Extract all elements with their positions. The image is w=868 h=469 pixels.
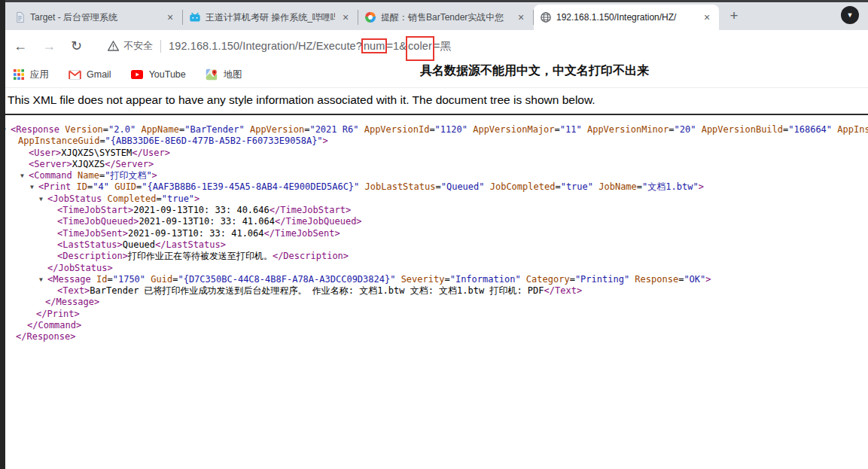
xml-viewer-page: This XML file does not appear to have an…	[0, 88, 868, 343]
tab-1[interactable]: Target - 后台管理系统×	[8, 5, 182, 30]
bookmark-label: 应用	[30, 69, 49, 81]
browser-toolbar: ← → ↻ 不安全 192.168.1.150/Integration/HZ/E…	[0, 30, 868, 62]
xml-line: </JobStatus>	[0, 263, 868, 274]
tab-3[interactable]: 提醒：销售BarTender实战中您×	[358, 5, 533, 30]
security-label: 不安全	[123, 39, 153, 53]
bookmarks-container: 应用GmailYouTube地图	[12, 69, 262, 81]
xml-line: </Response>	[0, 331, 868, 343]
xml-line: ▼<Command Name="打印文档">	[0, 170, 868, 181]
url-segment: =黑	[434, 40, 451, 52]
xml-line: <Description>打印作业正在等待被发送至打印机。</Descripti…	[0, 251, 868, 262]
url-param-highlight-box: num	[361, 38, 388, 53]
bookmark-Gmail[interactable]: Gmail	[69, 69, 111, 81]
xml-line: ▼<Print ID="4" GUID="{AAF3B8B6-1E39-45A5…	[0, 181, 868, 193]
close-tab-icon[interactable]: ×	[515, 11, 527, 23]
tab-search-dropdown-button[interactable]: ▼	[841, 6, 859, 24]
tab-title: 提醒：销售BarTender实战中您	[381, 11, 510, 24]
close-tab-icon[interactable]: ×	[701, 11, 713, 23]
apps-grid-icon	[12, 69, 25, 81]
url-field[interactable]: 192.168.1.150/Integration/HZ/Execute?num…	[169, 38, 451, 53]
url-param-highlight-box: coler	[406, 36, 434, 61]
collapse-arrow-icon[interactable]: ▼	[39, 193, 47, 205]
warning-icon	[108, 41, 119, 51]
close-tab-icon[interactable]: ×	[164, 11, 176, 23]
url-segment: =1&	[386, 40, 407, 52]
annotation-note: 具名数据源不能用中文，中文名打印不出来	[420, 63, 649, 79]
globe-icon	[540, 11, 552, 23]
close-tab-icon[interactable]: ×	[340, 11, 352, 23]
bookmark-label: 地图	[224, 69, 242, 81]
maps-icon	[206, 69, 218, 81]
xml-line: </Command>	[0, 320, 868, 331]
collapse-arrow-icon[interactable]: ▼	[20, 170, 29, 181]
bookmark-地图[interactable]: 地图	[206, 69, 242, 81]
xml-line: </Message>	[0, 297, 868, 308]
csdn-icon	[364, 11, 376, 23]
forward-icon[interactable]: →	[42, 39, 56, 53]
collapse-arrow-icon[interactable]: ▼	[30, 181, 38, 193]
xml-line: </Print>	[0, 309, 868, 320]
bookmark-label: YouTube	[149, 69, 186, 80]
tab-title: Target - 后台管理系统	[30, 11, 160, 24]
xml-tree: ▼<Response Version="2.0" AppName="BarTen…	[0, 115, 868, 343]
xml-line: <TimeJobStart>2021-09-13T10: 33: 40.646<…	[0, 205, 868, 216]
xml-line: AppInstanceGuid="{ABB33D6E-8E6D-477B-A5B…	[0, 136, 868, 147]
collapse-arrow-icon[interactable]: ▼	[39, 274, 47, 285]
xml-line: <LastStatus>Queued</LastStatus>	[0, 239, 868, 251]
xml-line: <Text>BarTender 已将打印作业成功发送到后台处理程序。 作业名称:…	[0, 285, 868, 297]
tab-strip: Target - 后台管理系统×王道计算机考研 操作系统_哔哩哔×提醒：销售Ba…	[0, 0, 868, 30]
tab-title: 192.168.1.150/Integration/HZ/	[556, 12, 696, 23]
tab-4[interactable]: 192.168.1.150/Integration/HZ/×	[534, 5, 719, 30]
reload-icon[interactable]: ↻	[71, 39, 82, 53]
new-tab-button[interactable]: +	[723, 5, 745, 26]
xml-line: <User>XJQXZS\SYSTEM</User>	[0, 148, 868, 159]
screen-left-edge	[0, 0, 5, 469]
tabs-container: Target - 后台管理系统×王道计算机考研 操作系统_哔哩哔×提醒：销售Ba…	[8, 5, 719, 30]
site-security-chip[interactable]: 不安全	[108, 39, 153, 53]
bookmark-YouTube[interactable]: YouTube	[131, 69, 186, 81]
xml-line: ▼<JobStatus Completed="true">	[0, 193, 868, 205]
youtube-icon	[131, 69, 144, 81]
tab-2[interactable]: 王道计算机考研 操作系统_哔哩哔×	[183, 5, 358, 30]
url-segment: 192.168.1.150/Integration/HZ/Execute?	[169, 40, 362, 52]
bookmark-label: Gmail	[87, 69, 111, 80]
chevron-down-icon: ▼	[847, 11, 854, 19]
bilibili-icon	[189, 11, 201, 23]
document-icon	[14, 11, 26, 23]
xml-style-notice: This XML file does not appear to have an…	[0, 88, 868, 115]
back-icon[interactable]: ←	[14, 39, 27, 53]
xml-line: ▼<Message Id="1750" Guid="{D7C350BC-44C8…	[0, 274, 868, 285]
xml-line: <TimeJobQueued>2021-09-13T10: 33: 41.064…	[0, 216, 868, 227]
gmail-icon	[69, 69, 81, 81]
bookmark-应用[interactable]: 应用	[12, 69, 49, 81]
tab-title: 王道计算机考研 操作系统_哔哩哔	[206, 11, 335, 24]
omnibox-separator	[160, 40, 161, 53]
xml-line: <Server>XJQXZS</Server>	[0, 159, 868, 170]
xml-line: ▼<Response Version="2.0" AppName="BarTen…	[0, 124, 868, 136]
xml-line: <TimeJobSent>2021-09-13T10: 33: 41.064</…	[0, 228, 868, 239]
